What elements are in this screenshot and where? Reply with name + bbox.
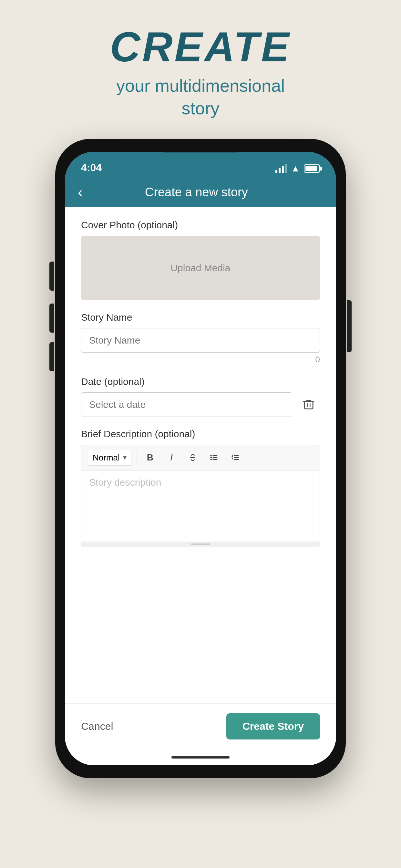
svg-rect-0 [305, 401, 313, 409]
resize-handle[interactable] [81, 541, 320, 547]
status-bar: 4:04 ▲ [65, 152, 336, 178]
editor-toolbar: Normal ▾ B I [81, 445, 320, 470]
battery-icon [304, 164, 320, 173]
phone-frame: 4:04 ▲ ‹ Create a new story [55, 139, 346, 778]
story-name-label: Story Name [81, 312, 320, 323]
chevron-down-icon: ▾ [123, 454, 127, 462]
char-count: 0 [81, 354, 320, 365]
date-input[interactable] [81, 392, 292, 417]
status-time: 4:04 [81, 162, 102, 174]
svg-point-2 [210, 457, 212, 459]
date-row [81, 392, 320, 417]
signal-icon [275, 164, 287, 173]
home-bar-icon [172, 756, 229, 758]
strikethrough-button[interactable] [185, 450, 201, 466]
cover-photo-label: Cover Photo (optional) [81, 220, 320, 230]
date-label: Date (optional) [81, 376, 320, 387]
wifi-icon: ▲ [291, 163, 300, 174]
bold-button[interactable]: B [142, 450, 158, 466]
cover-photo-section: Cover Photo (optional) Upload Media [81, 220, 320, 300]
story-name-input[interactable] [81, 328, 320, 352]
editor-container: Normal ▾ B I [81, 445, 320, 547]
description-label: Brief Description (optional) [81, 429, 320, 439]
create-story-button[interactable]: Create Story [226, 713, 320, 740]
page-subtitle: your multidimensional story [110, 74, 291, 120]
description-placeholder: Story description [89, 477, 161, 488]
toolbar-divider [136, 452, 137, 463]
story-name-section: Story Name 0 [81, 312, 320, 365]
resize-bar-icon [191, 544, 210, 545]
back-button[interactable]: ‹ [78, 184, 83, 200]
format-select[interactable]: Normal ▾ [88, 450, 131, 466]
description-editor[interactable]: Story description [81, 470, 320, 541]
unordered-list-button[interactable] [206, 450, 222, 466]
svg-point-3 [210, 459, 212, 461]
home-indicator [65, 749, 336, 765]
nav-title: Create a new story [89, 185, 304, 199]
nav-bar: ‹ Create a new story [65, 178, 336, 207]
phone-screen: 4:04 ▲ ‹ Create a new story [65, 152, 336, 765]
cancel-button[interactable]: Cancel [81, 720, 113, 733]
form-content: Cover Photo (optional) Upload Media Stor… [65, 207, 336, 703]
page-title: CREATE [110, 26, 291, 68]
upload-media-text: Upload Media [171, 262, 230, 274]
italic-button[interactable]: I [163, 450, 180, 466]
date-section: Date (optional) [81, 376, 320, 417]
clear-date-button[interactable] [297, 393, 320, 416]
page-header: CREATE your multidimensional story [110, 26, 291, 120]
ordered-list-button[interactable] [227, 450, 243, 466]
cover-photo-upload[interactable]: Upload Media [81, 236, 320, 300]
status-icons: ▲ [275, 163, 320, 174]
notch [155, 139, 246, 152]
format-select-value: Normal [93, 453, 120, 463]
footer-bar: Cancel Create Story [65, 703, 336, 749]
description-section: Brief Description (optional) Normal ▾ B … [81, 429, 320, 547]
svg-point-1 [210, 455, 212, 457]
